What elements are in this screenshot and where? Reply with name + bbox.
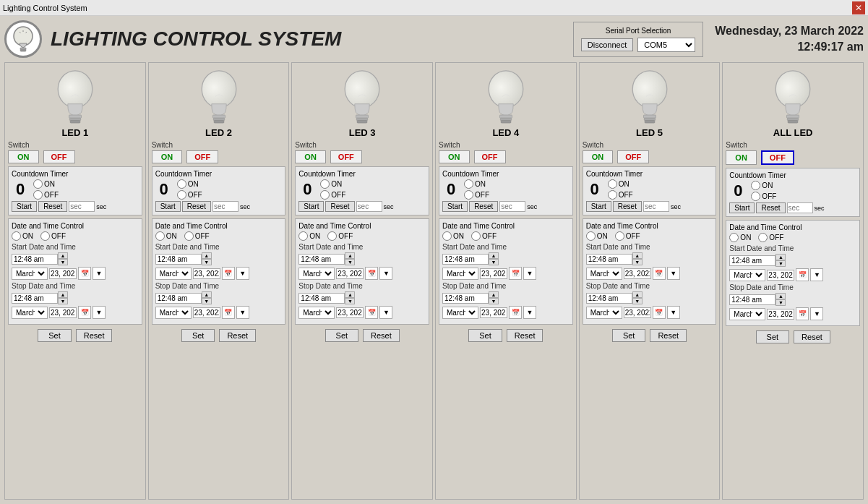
start-day-year-led4[interactable] [480,268,507,279]
start-cal-dropdown-led1[interactable]: ▼ [93,267,106,280]
stop-day-year-allled[interactable] [767,309,794,320]
start-cal-button-led3[interactable]: 📅 [365,267,378,280]
set-button-led5[interactable]: Set [612,329,646,342]
start-cal-button-led2[interactable]: 📅 [222,267,235,280]
dt-off-label-led5[interactable]: OFF [615,231,640,241]
start-day-year-led3[interactable] [336,268,364,279]
dt-on-label-led2[interactable]: ON [155,231,177,241]
sec-input-led1[interactable] [69,201,95,212]
on-radio-label-led4[interactable]: ON [464,179,489,189]
off-radio-led1[interactable] [33,190,43,200]
dt-off-label-led1[interactable]: OFF [40,231,66,241]
off-radio-label-led4[interactable]: OFF [464,190,489,200]
on-button-allled[interactable]: ON [726,150,757,165]
off-radio-led3[interactable] [320,190,330,200]
disconnect-button[interactable]: Disconnect [581,38,633,51]
dt-off-radio-led5[interactable] [615,231,624,241]
start-month-led2[interactable]: March [155,268,192,280]
stop-time-up-allled[interactable]: ▲ [775,293,786,299]
stop-cal-dropdown-led4[interactable]: ▼ [523,306,536,319]
close-button[interactable]: ✕ [852,1,865,14]
off-button-led2[interactable]: OFF [186,150,218,163]
on-radio-label-led3[interactable]: ON [320,179,345,189]
on-radio-label-allled[interactable]: ON [751,181,776,190]
dt-off-radio-led2[interactable] [184,231,194,241]
stop-time-input-allled[interactable] [729,294,775,305]
start-month-allled[interactable]: March [729,269,765,281]
start-time-input-led5[interactable] [586,254,632,265]
off-radio-allled[interactable] [751,192,760,201]
off-radio-led2[interactable] [177,190,186,200]
main-reset-button-led3[interactable]: Reset [363,329,400,342]
start-cal-dropdown-led3[interactable]: ▼ [379,267,392,280]
start-time-up-led3[interactable]: ▲ [345,252,355,259]
stop-cal-button-allled[interactable]: 📅 [796,307,809,320]
reset-button-led5[interactable]: Reset [613,201,642,212]
dt-off-label-led2[interactable]: OFF [184,231,210,241]
dt-off-label-allled[interactable]: OFF [758,233,783,242]
start-month-led5[interactable]: March [586,268,622,280]
start-month-led1[interactable]: March [12,268,48,280]
start-time-up-led5[interactable]: ▲ [632,252,643,259]
dt-off-label-led4[interactable]: OFF [471,231,497,241]
off-radio-label-allled[interactable]: OFF [751,192,776,201]
stop-time-down-led1[interactable]: ▼ [58,298,68,304]
dt-on-radio-led2[interactable] [155,231,165,241]
stop-cal-button-led4[interactable]: 📅 [509,306,522,319]
on-button-led1[interactable]: ON [8,150,39,163]
start-time-up-led4[interactable]: ▲ [489,252,499,259]
reset-button-allled[interactable]: Reset [756,202,785,213]
stop-cal-button-led5[interactable]: 📅 [653,306,666,319]
sec-input-led2[interactable] [212,201,239,212]
dt-on-label-led5[interactable]: ON [586,231,608,241]
stop-cal-dropdown-led5[interactable]: ▼ [667,306,680,319]
stop-day-year-led3[interactable] [336,307,364,318]
stop-time-down-allled[interactable]: ▼ [775,299,786,306]
dt-on-label-led4[interactable]: ON [442,231,464,241]
stop-time-down-led4[interactable]: ▼ [489,298,499,304]
start-time-input-led2[interactable] [155,254,202,265]
stop-month-led5[interactable]: March [586,307,622,319]
set-button-led2[interactable]: Set [181,329,215,342]
stop-cal-dropdown-led2[interactable]: ▼ [236,306,249,319]
main-reset-button-led1[interactable]: Reset [76,329,113,342]
dt-on-label-allled[interactable]: ON [729,233,751,242]
dt-off-radio-led4[interactable] [471,231,481,241]
set-button-led3[interactable]: Set [325,329,359,342]
start-day-year-allled[interactable] [767,270,794,281]
stop-time-up-led5[interactable]: ▲ [632,291,643,298]
dt-on-radio-led3[interactable] [298,231,308,241]
on-radio-led3[interactable] [320,179,330,189]
stop-cal-dropdown-led1[interactable]: ▼ [93,306,106,319]
start-button-led1[interactable]: Start [12,201,37,212]
set-button-allled[interactable]: Set [756,330,790,343]
reset-button-led2[interactable]: Reset [182,201,211,212]
start-time-input-led3[interactable] [298,254,345,265]
sec-input-led3[interactable] [356,201,382,212]
on-button-led5[interactable]: ON [583,150,614,163]
off-button-led5[interactable]: OFF [617,150,649,163]
dt-off-radio-led1[interactable] [40,231,50,241]
start-cal-button-led1[interactable]: 📅 [78,267,91,280]
stop-time-down-led3[interactable]: ▼ [345,298,355,304]
stop-time-up-led3[interactable]: ▲ [345,291,355,298]
on-radio-led1[interactable] [33,179,43,189]
dt-on-radio-allled[interactable] [729,233,739,242]
stop-cal-button-led3[interactable]: 📅 [365,306,378,319]
dt-on-radio-led5[interactable] [586,231,596,241]
dt-off-label-led3[interactable]: OFF [327,231,353,241]
stop-cal-dropdown-led3[interactable]: ▼ [379,306,392,319]
main-reset-button-led5[interactable]: Reset [650,329,687,342]
on-radio-led4[interactable] [464,179,473,189]
off-radio-label-led3[interactable]: OFF [320,190,345,200]
stop-month-led1[interactable]: March [12,307,48,319]
start-cal-button-led4[interactable]: 📅 [509,267,522,280]
off-button-led1[interactable]: OFF [43,150,75,163]
stop-time-up-led1[interactable]: ▲ [58,291,68,298]
off-button-led4[interactable]: OFF [474,150,506,163]
off-radio-led4[interactable] [464,190,473,200]
dt-on-label-led3[interactable]: ON [298,231,320,241]
stop-month-led3[interactable]: March [298,307,335,319]
start-time-up-led1[interactable]: ▲ [58,252,68,259]
start-time-input-led1[interactable] [12,254,58,265]
